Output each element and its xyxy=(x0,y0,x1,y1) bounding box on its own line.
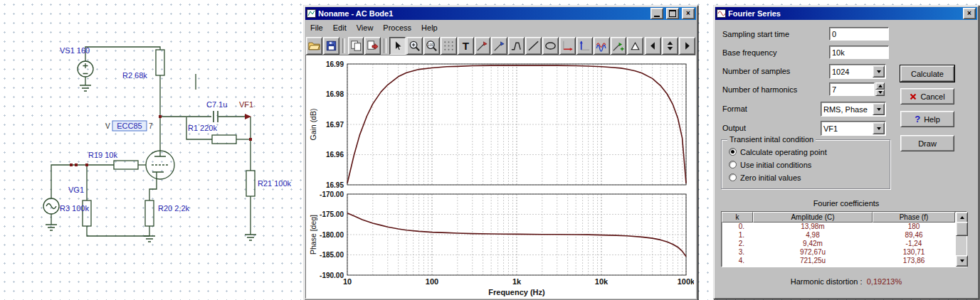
x-axis-settings-button[interactable] xyxy=(559,37,576,55)
number-of-harmonics-label: Number of harmonics xyxy=(722,85,797,94)
cursor-b-button[interactable] xyxy=(491,37,507,55)
radio-zero-initial-values[interactable] xyxy=(729,173,737,181)
help-button[interactable]: ? Help xyxy=(900,111,954,127)
grid-toggle-button[interactable] xyxy=(441,37,457,55)
radio-row-use-initial[interactable]: Use initial conditions xyxy=(729,160,811,169)
dialog-title: Fourier Series xyxy=(728,9,960,18)
format-combo[interactable]: RMS, Phase xyxy=(821,102,886,117)
bode-titlebar[interactable]: Noname - AC Bode1 × xyxy=(305,7,696,20)
coeff-header-0[interactable]: k xyxy=(722,212,753,223)
page-spinner-button[interactable] xyxy=(662,37,678,55)
label-vf1[interactable]: VF1 xyxy=(239,100,253,109)
coeff-row[interactable]: 2.9,42m-1,24 xyxy=(722,240,966,248)
prev-page-button[interactable] xyxy=(645,37,661,55)
spin-down-icon[interactable] xyxy=(875,90,885,97)
sampling-start-label: Sampling start time xyxy=(722,30,789,38)
calculate-button[interactable]: Calculate xyxy=(900,65,954,82)
r20-resistor[interactable] xyxy=(145,200,154,226)
label-vg1[interactable]: VG1 xyxy=(68,186,84,194)
base-frequency-input[interactable] xyxy=(829,45,889,59)
scroll-down-icon[interactable] xyxy=(956,255,968,267)
fourier-titlebar[interactable]: Fourier Series × xyxy=(715,7,977,20)
spin-up-icon[interactable] xyxy=(875,82,885,90)
coeff-row[interactable]: 3.972,67u130,71 xyxy=(722,248,966,257)
page-spinner-icon xyxy=(663,39,677,53)
label-r3[interactable]: R3 100k xyxy=(60,204,89,213)
c7-capacitor[interactable] xyxy=(214,111,218,122)
close-button[interactable]: × xyxy=(682,8,695,19)
samples-dropdown-icon[interactable] xyxy=(873,65,885,77)
output-dropdown-icon[interactable] xyxy=(873,122,885,134)
vg1-source[interactable] xyxy=(43,198,59,214)
next-page-button[interactable] xyxy=(679,37,695,55)
copy-button[interactable] xyxy=(348,37,364,55)
coeff-header-2[interactable]: Phase (f) xyxy=(873,212,955,223)
select-cursor-button[interactable] xyxy=(389,37,406,55)
sampling-start-input[interactable] xyxy=(829,27,889,41)
open-button[interactable] xyxy=(306,37,322,55)
label-r19[interactable]: R19 10k xyxy=(88,151,117,159)
maximize-button[interactable] xyxy=(666,8,679,19)
coeff-header-1[interactable]: Amplitude (C) xyxy=(753,212,873,223)
tube-label-box[interactable]: V ECC85 7 xyxy=(105,121,153,131)
format-label: Format xyxy=(722,105,747,113)
add-curve-button[interactable] xyxy=(611,37,627,55)
label-r1[interactable]: R1 220k xyxy=(188,124,217,132)
output-combo[interactable]: VF1 xyxy=(821,121,886,136)
coeff-row[interactable]: 4.721,25u173,86 xyxy=(722,257,966,265)
schematic-canvas[interactable]: VS1 160 R2 68k C7 1u VF1 R1 220k R19 10k… xyxy=(0,0,302,300)
coeff-row[interactable]: 0.13,98m180 xyxy=(722,223,966,231)
vs1-source[interactable] xyxy=(78,61,93,77)
ecc85-tube[interactable] xyxy=(146,151,174,179)
grid-toggle-icon xyxy=(442,39,455,53)
copy-icon xyxy=(349,39,363,53)
marker-tool-button[interactable] xyxy=(627,37,643,55)
coeff-row[interactable]: 1.4,9889,46 xyxy=(722,231,966,240)
r21-resistor[interactable] xyxy=(246,171,255,196)
draw-button[interactable]: Draw xyxy=(900,135,954,151)
label-r21[interactable]: R21 100k xyxy=(258,179,292,188)
cursor-a-button[interactable] xyxy=(475,37,491,55)
coeff-cell: 3. xyxy=(722,248,753,257)
zoom-100-button[interactable]: 100 xyxy=(423,37,440,55)
label-r2[interactable]: R2 68k xyxy=(122,71,147,80)
menu-help[interactable]: Help xyxy=(416,22,443,33)
text-tool-button[interactable]: T xyxy=(458,37,474,55)
label-vs1[interactable]: VS1 160 xyxy=(60,46,90,55)
table-scrollbar[interactable] xyxy=(956,212,966,267)
save-button[interactable] xyxy=(323,37,339,55)
r1-resistor[interactable] xyxy=(212,135,236,144)
line-tool-button[interactable] xyxy=(525,37,542,55)
r19-resistor[interactable] xyxy=(114,161,138,169)
radio-row-calculate-op[interactable]: Calculate operating point xyxy=(729,147,827,156)
scroll-thumb[interactable] xyxy=(956,222,968,236)
label-r20[interactable]: R20 2,2k xyxy=(158,204,190,213)
window-title: Noname - AC Bode1 xyxy=(318,9,648,18)
menu-edit[interactable]: Edit xyxy=(328,22,352,33)
number-of-samples-combo[interactable]: 1024 xyxy=(829,64,886,79)
minimize-button[interactable] xyxy=(650,8,663,19)
format-dropdown-icon[interactable] xyxy=(873,103,885,115)
number-of-harmonics-spinner[interactable] xyxy=(829,82,885,96)
menu-file[interactable]: File xyxy=(305,22,328,33)
radio-calculate-operating-point[interactable] xyxy=(729,148,737,156)
r2-resistor[interactable] xyxy=(156,50,164,75)
y-axis-settings-button[interactable] xyxy=(576,37,593,55)
radio-use-initial-conditions[interactable] xyxy=(729,161,737,168)
dialog-close-button[interactable]: × xyxy=(963,8,976,19)
menu-view[interactable]: View xyxy=(352,22,379,33)
export-button[interactable] xyxy=(364,37,381,55)
radio-row-zero-initial[interactable]: Zero initial values xyxy=(729,173,801,182)
cancel-button[interactable]: Cancel xyxy=(900,88,954,105)
shape-tool-button[interactable] xyxy=(508,37,525,55)
ellipse-tool-button[interactable] xyxy=(542,37,559,55)
bode-plot[interactable]: 16.9916.9816.9716.9616.95Gain (dB)-170.0… xyxy=(306,55,694,297)
radio-label-calculate-op: Calculate operating point xyxy=(740,148,827,156)
label-c7[interactable]: C7 1u xyxy=(206,100,227,109)
svg-text:T: T xyxy=(462,40,469,52)
svg-text:16.98: 16.98 xyxy=(326,90,344,98)
curve-style-button[interactable] xyxy=(594,37,610,55)
harmonics-input[interactable] xyxy=(829,82,875,96)
zoom-in-button[interactable] xyxy=(406,37,423,55)
menu-process[interactable]: Process xyxy=(378,22,416,33)
